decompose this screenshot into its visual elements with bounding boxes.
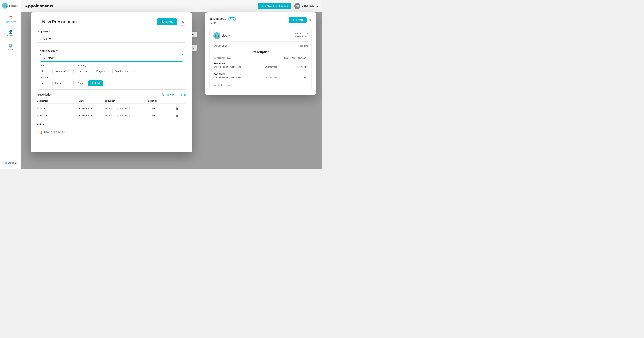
preview-note: note for the patient: [214, 84, 308, 86]
duration-unit-select[interactable]: Jours ▾: [52, 80, 74, 86]
clinic-name: dar dent: [300, 45, 308, 47]
preview-clinic-header: 🤖 docta +213773728429 +213565791105: [214, 32, 308, 42]
print-preview-button[interactable]: 🖨 PRINT: [289, 17, 307, 23]
rx-patient: Irantoul Abdel nour 11 yo: [284, 57, 308, 59]
med-name: PARAMOL: [36, 114, 79, 117]
sidebar-item-settings[interactable]: ⚙️ Settings: [2, 42, 19, 52]
language-selector[interactable]: 🌐 English ▲: [2, 161, 18, 165]
patients-icon: 👤: [8, 30, 13, 34]
med-name: PANADOL: [36, 107, 79, 110]
save-button[interactable]: 💾 SAVE: [157, 18, 177, 25]
add-label: Add: [95, 82, 100, 85]
preview-date-patient: 16 Dec 2021 New Carrie: [210, 17, 236, 24]
delete-medication-button[interactable]: 🗑: [173, 114, 180, 117]
diagnostic-section: Diagnostic* ♡: [36, 30, 186, 43]
language-label: English: [8, 162, 14, 164]
preview-rx-title: Prescription: [214, 50, 308, 54]
preview-med-item: PANADOL Une fois Par jour Avant repas 1 …: [214, 62, 308, 70]
user-name: A Hak Bahri: [302, 5, 315, 8]
units-frequency-row: Units 1 Comprimés ▾ Frequency: [40, 64, 183, 74]
preview-med-item: PARAMOL Une fois Par jour Avant repas 1 …: [214, 73, 308, 81]
sidebar-item-label: Patients: [7, 35, 14, 37]
close-preview-button[interactable]: ✕: [309, 18, 312, 22]
chevron-down-icon: ▾: [134, 70, 135, 72]
save-label: SAVE: [166, 20, 173, 23]
preview-icon: 🔍: [162, 93, 164, 96]
chevron-up-icon: ▲: [14, 162, 16, 164]
notes-textarea[interactable]: [44, 130, 184, 141]
preview-actions: 🖨 PRINT ✕: [289, 17, 312, 23]
modal-header: ← New Prescription 💾 SAVE ✕: [36, 18, 186, 25]
preview-header: 16 Dec 2021 New Carrie 🖨 PRINT ✕: [210, 17, 312, 24]
frequency-label: Frequency: [76, 64, 137, 67]
close-button[interactable]: ✕: [179, 18, 186, 25]
globe-icon: 🌐: [4, 162, 7, 164]
chevron-down-icon: ▾: [108, 70, 109, 72]
new-appointment-button[interactable]: ＋ + New Appointment: [258, 3, 291, 9]
chevron-down-icon: ▾: [70, 70, 72, 72]
medication-search-input[interactable]: [48, 56, 180, 59]
preview-med-name: PANADOL: [214, 62, 308, 65]
diagnostic-input[interactable]: [44, 37, 184, 40]
avatar: AB: [294, 3, 300, 9]
col-header-duration: Duration: [148, 100, 173, 102]
table-row: PARAMOL 1 Comprimés Une fois Par jour Av…: [36, 112, 186, 119]
notes-textarea-wrapper: 📋 ⤡: [36, 128, 186, 143]
plus-icon: ⊕: [92, 82, 94, 85]
add-medication-button[interactable]: ⊕ Add: [88, 80, 103, 86]
plus-icon: ＋: [261, 4, 264, 8]
app-logo: 🤖 docta pro: [0, 3, 20, 9]
resize-handle: ⤡: [184, 140, 186, 142]
duration-value-input[interactable]: 7: [40, 80, 51, 86]
preview-logo-icon: 🤖: [214, 32, 220, 39]
frequency-meal-select[interactable]: Avant repas ▾: [112, 68, 137, 74]
preview-med-duration: 7 Jours: [301, 66, 308, 68]
preview-modal: 16 Dec 2021 New Carrie 🖨 PRINT ✕ 🤖 docta: [205, 12, 316, 95]
units-label: Units: [40, 64, 74, 67]
preview-med-list: PANADOL Une fois Par jour Avant repas 1 …: [214, 62, 308, 81]
prescription-actions: 🔍 Preview 🖨 Print: [162, 93, 186, 96]
page-header: Appointments ＋ + New Appointment AB A Ha…: [21, 0, 322, 12]
preview-med-duration: 7 Jours: [301, 76, 308, 79]
sidebar-item-appointments[interactable]: 📅 Appointments: [2, 14, 19, 24]
preview-new-badge: New: [228, 17, 236, 21]
sidebar-nav: 📅 Appointments 👤 Patients ⚙️ Settings: [0, 14, 21, 52]
page-title: Appointments: [25, 4, 54, 9]
frequency-times-select[interactable]: Une fois ▾: [76, 68, 93, 74]
logo-icon: 🤖: [2, 3, 8, 9]
modal-header-left: ← New Prescription: [36, 19, 77, 24]
preview-doctor-info: Dr bahri a hak dar dent: [214, 45, 308, 47]
units-type-select[interactable]: Comprimés ▾: [52, 68, 74, 74]
note-icon: 📋: [39, 131, 42, 141]
preview-logo-area: 🤖 docta: [214, 32, 230, 39]
frequency-group: Frequency Une fois ▾ Par jour ▾ Avant re…: [76, 64, 137, 74]
med-duration: 7 Jours: [148, 114, 173, 117]
print-button[interactable]: 🖨 Print: [178, 93, 186, 96]
units-quantity-input[interactable]: 1: [40, 68, 51, 74]
table-header: Medication Units Frequency Duration: [36, 98, 186, 104]
med-units: 1 Comprimés: [79, 114, 104, 117]
phone2: +213565791105: [294, 35, 308, 38]
clear-button[interactable]: Clear: [76, 80, 86, 86]
sidebar-bottom: 🌐 English ▲: [0, 161, 21, 165]
heart-icon: ♡: [40, 37, 42, 40]
printer-icon: 🖨: [292, 19, 295, 21]
prescription-label: Prescription: [36, 93, 52, 96]
med-units: 1 Comprimés: [79, 107, 104, 110]
frequency-period-select[interactable]: Par jour ▾: [94, 68, 111, 74]
preview-med-units: 1 Comprimés: [264, 76, 277, 79]
chevron-down-icon: ▾: [316, 4, 318, 8]
delete-medication-button[interactable]: 🗑: [173, 107, 180, 110]
user-info[interactable]: AB A Hak Bahri ▾: [294, 3, 318, 9]
table-row: PANADOL 1 Comprimés Une fois Par jour Av…: [36, 105, 186, 112]
back-button[interactable]: ←: [36, 20, 40, 24]
preview-patient: Carrie: [210, 21, 236, 24]
notes-label: Notes: [36, 123, 186, 126]
preview-date-line: 16 Dec 2021 New: [210, 17, 236, 21]
calendar-icon: 📅: [8, 16, 13, 20]
preview-button[interactable]: 🔍 Preview: [162, 93, 174, 96]
preview-label: Preview: [166, 93, 174, 96]
sidebar-item-patients[interactable]: 👤 Patients: [2, 28, 19, 38]
required-indicator: *: [58, 49, 59, 52]
prescription-header: Prescription 🔍 Preview 🖨 Print: [36, 93, 186, 96]
